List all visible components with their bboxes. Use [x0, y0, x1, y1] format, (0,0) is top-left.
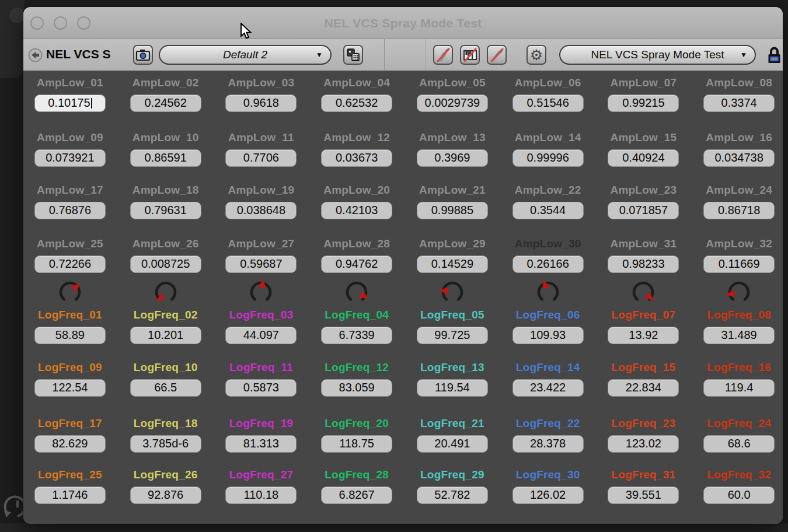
param-value-box[interactable]: 0.071857 [608, 202, 679, 219]
toolbar-separator [425, 39, 426, 71]
param-value-box[interactable]: 23.422 [512, 379, 584, 397]
param-value-box[interactable]: 0.42103 [321, 202, 392, 219]
param-label: AmpLow_04 [309, 76, 405, 90]
param-value-box[interactable]: 0.073921 [34, 149, 106, 167]
param-value-box[interactable]: 1.1746 [34, 487, 106, 504]
param-value-box[interactable]: 0.10175 [34, 94, 106, 112]
settings-button[interactable]: ⚙ [527, 45, 546, 65]
patch-name-dropdown[interactable]: NEL VCS Spray Mode Test ▼ [559, 45, 756, 65]
param-value-box[interactable]: 0.76876 [34, 202, 106, 219]
param-value-box[interactable]: 0.3969 [417, 149, 488, 167]
param-label: AmpLow_07 [596, 76, 692, 90]
param-label: AmpLow_28 [309, 237, 405, 251]
param-value-box[interactable]: 0.86591 [130, 149, 201, 167]
param-value-box[interactable]: 0.7706 [225, 149, 297, 167]
param-value-box[interactable]: 0.51546 [512, 94, 584, 112]
param-value-box[interactable]: 0.3544 [512, 202, 584, 219]
param-value-box[interactable]: 0.62532 [321, 94, 392, 112]
param-value-box[interactable]: 0.14529 [417, 256, 488, 273]
param-value-box[interactable]: 52.782 [417, 487, 488, 504]
param-value-box[interactable]: 6.7339 [321, 327, 392, 344]
back-arrow-icon[interactable] [28, 48, 43, 62]
param-value-box[interactable]: 0.99885 [417, 202, 488, 219]
knob[interactable] [343, 276, 371, 304]
param-value-box[interactable]: 82.629 [34, 435, 106, 453]
param-value-box[interactable]: 83.059 [321, 379, 392, 397]
param-value-box[interactable]: 0.11669 [703, 256, 775, 273]
param-value-box[interactable]: 39.551 [608, 487, 679, 504]
param-value-box[interactable]: 0.72266 [34, 256, 106, 273]
param-value-box[interactable]: 60.0 [703, 487, 775, 504]
toolbar: NEL VCS S Default 2 ▼ [23, 39, 783, 71]
param-value-box[interactable]: 110.18 [225, 487, 297, 504]
param-value-box[interactable]: 123.02 [608, 435, 679, 453]
param-value-box[interactable]: 58.89 [34, 327, 106, 344]
param-value-box[interactable]: 0.9618 [225, 94, 297, 112]
param-label: LogFreq_17 [23, 416, 118, 430]
randomize-button[interactable] [343, 45, 363, 65]
param-value-box[interactable]: 0.0029739 [417, 94, 488, 112]
param-value-box[interactable]: 81.313 [225, 435, 297, 453]
param-value-box[interactable]: 0.79631 [130, 202, 201, 219]
param-cell: AmpLow_290.14529 [405, 237, 500, 273]
knob[interactable] [725, 276, 753, 304]
param-value-box[interactable]: 44.097 [225, 327, 297, 344]
knob-cell [214, 276, 309, 304]
param-value-box[interactable]: 20.491 [417, 435, 488, 453]
param-value-box[interactable]: 118.75 [321, 435, 392, 453]
param-value-box[interactable]: 0.98233 [608, 256, 679, 273]
param-value-box[interactable]: 0.5873 [225, 379, 297, 397]
knob[interactable] [534, 276, 562, 304]
param-value-box[interactable]: 6.8267 [321, 487, 392, 504]
param-value-box[interactable]: 10.201 [130, 327, 201, 344]
titlebar[interactable]: NEL VCS Spray Mode Test [23, 7, 783, 39]
tool-disabled-button[interactable] [433, 45, 453, 65]
param-cell: LogFreq_09122.54 [23, 360, 118, 397]
param-cell: LogFreq_1283.059 [309, 360, 405, 397]
param-value-box[interactable]: 109.93 [512, 327, 584, 344]
param-value-box[interactable]: 28.378 [512, 435, 584, 453]
knob[interactable] [438, 276, 466, 304]
param-value-box[interactable]: 0.24562 [130, 94, 201, 112]
lock-icon[interactable] [766, 46, 782, 65]
param-value-box[interactable]: 0.40924 [608, 149, 679, 167]
param-cell: AmpLow_280.94762 [309, 237, 405, 273]
param-value-box[interactable]: 0.99996 [512, 149, 584, 167]
knob[interactable] [629, 276, 657, 304]
close-button[interactable] [30, 16, 44, 30]
snapshot-button[interactable] [133, 45, 153, 65]
param-value-box[interactable]: 0.3374 [703, 94, 775, 112]
param-value-box[interactable]: 22.834 [608, 379, 679, 397]
param-value-box[interactable]: 119.54 [417, 379, 488, 397]
preset-dropdown[interactable]: Default 2 ▼ [159, 45, 332, 65]
keyboard-disabled-button[interactable] [460, 45, 480, 65]
param-value-box[interactable]: 31.489 [703, 327, 775, 344]
minimize-button[interactable] [54, 16, 67, 30]
edit-disabled-button[interactable] [487, 45, 507, 65]
param-value-box[interactable]: 92.876 [130, 487, 201, 504]
zoom-button[interactable] [77, 16, 90, 30]
dice-icon [346, 47, 361, 62]
param-value-box[interactable]: 68.6 [703, 435, 775, 453]
param-value-box[interactable]: 0.034738 [703, 149, 775, 167]
param-value-box[interactable]: 119.4 [703, 379, 775, 397]
param-value-box[interactable]: 3.785d-6 [130, 435, 201, 453]
param-value-box[interactable]: 122.54 [34, 379, 106, 397]
param-value-box[interactable]: 0.26166 [512, 256, 584, 273]
param-value-box[interactable]: 66.5 [130, 379, 201, 397]
param-value-box[interactable]: 126.02 [512, 487, 584, 504]
param-value-box[interactable]: 0.038648 [225, 202, 297, 219]
param-value-box[interactable]: 0.008725 [130, 256, 201, 273]
param-label: AmpLow_09 [23, 131, 118, 145]
param-value-box[interactable]: 99.725 [417, 327, 488, 344]
param-cell: AmpLow_080.3374 [691, 76, 783, 112]
param-value-box[interactable]: 0.03673 [321, 149, 392, 167]
knob[interactable] [247, 276, 275, 304]
param-value-box[interactable]: 13.92 [608, 327, 679, 344]
knob[interactable] [152, 276, 180, 304]
param-value-box[interactable]: 0.86718 [703, 202, 775, 219]
param-value-box[interactable]: 0.94762 [321, 256, 392, 273]
param-value-box[interactable]: 0.99215 [608, 94, 679, 112]
knob[interactable] [56, 276, 84, 304]
param-value-box[interactable]: 0.59687 [225, 256, 297, 273]
